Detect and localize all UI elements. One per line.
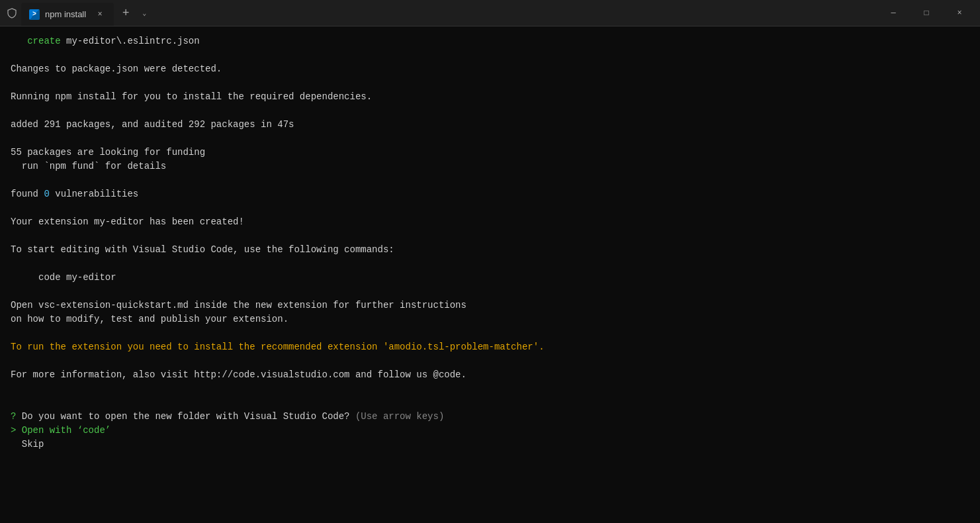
empty-line-8 — [11, 257, 969, 271]
shield-icon — [5, 7, 19, 20]
line-option-open[interactable]: > Open with ‘code’ — [11, 424, 969, 438]
hint-text: (Use arrow keys) — [355, 411, 444, 422]
terminal-tab-icon — [29, 9, 40, 20]
titlebar: npm install × + ⌄ — □ × — [0, 0, 980, 26]
terminal-tab[interactable]: npm install × — [21, 3, 114, 26]
question-mark: ? — [11, 411, 16, 422]
line-code-cmd: code my-editor — [11, 271, 969, 285]
line-info: For more information, also visit http://… — [11, 368, 969, 382]
window-controls: — □ × — [878, 3, 975, 24]
empty-line-13 — [11, 396, 969, 410]
empty-line-9 — [11, 285, 969, 299]
create-path: my-editor\.eslintrc.json — [61, 36, 200, 46]
create-keyword: create — [11, 36, 61, 46]
tab-dropdown-button[interactable]: ⌄ — [138, 4, 151, 23]
minimize-button[interactable]: — — [878, 3, 909, 24]
empty-line-10 — [11, 326, 969, 340]
empty-line-4 — [11, 132, 969, 146]
line-running: Running npm install for you to install t… — [11, 90, 969, 104]
new-tab-button[interactable]: + — [116, 4, 135, 23]
empty-line-11 — [11, 354, 969, 368]
line-open-vsc2: on how to modify, test and publish your … — [11, 312, 969, 326]
tab-label: npm install — [45, 9, 86, 19]
empty-line-2 — [11, 76, 969, 90]
empty-line-1 — [11, 48, 969, 62]
line-warning: To run the extension you need to install… — [11, 340, 969, 354]
line-create: create my-editor\.eslintrc.json — [11, 34, 969, 48]
maximize-button[interactable]: □ — [911, 3, 942, 24]
line-question: ? Do you want to open the new folder wit… — [11, 410, 969, 424]
line-added: added 291 packages, and audited 292 pack… — [11, 118, 969, 132]
tab-close-button[interactable]: × — [94, 9, 106, 21]
line-fund-cmd: run `npm fund` for details — [11, 160, 969, 173]
line-open-vsc1: Open vsc-extension-quickstart.md inside … — [11, 299, 969, 312]
line-option-skip[interactable]: Skip — [11, 438, 969, 452]
close-button[interactable]: × — [944, 3, 975, 24]
empty-line-3 — [11, 104, 969, 118]
empty-line-12 — [11, 382, 969, 396]
vuln-count: 0 — [44, 189, 49, 199]
terminal-output: create my-editor\.eslintrc.json Changes … — [0, 26, 980, 523]
line-created: Your extension my-editor has been create… — [11, 215, 969, 229]
empty-line-6 — [11, 201, 969, 215]
empty-line-5 — [11, 173, 969, 187]
empty-line-7 — [11, 229, 969, 243]
line-funding: 55 packages are looking for funding — [11, 146, 969, 160]
line-changes: Changes to package.json were detected. — [11, 62, 969, 76]
line-found: found 0 vulnerabilities — [11, 187, 969, 201]
line-start-editing: To start editing with Visual Studio Code… — [11, 243, 969, 257]
